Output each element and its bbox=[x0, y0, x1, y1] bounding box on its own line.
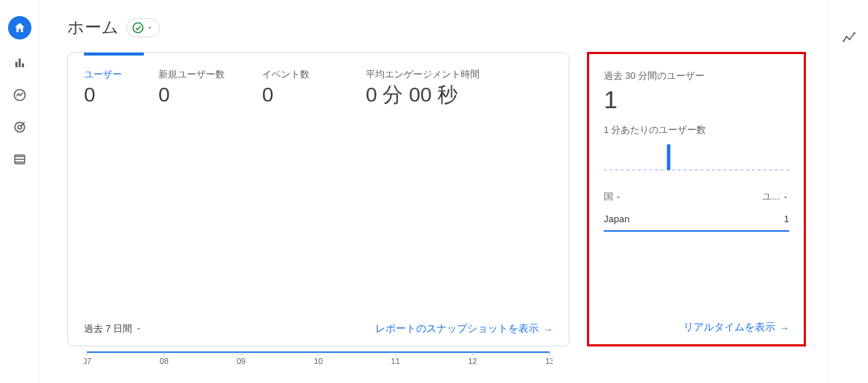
view-snapshot-link[interactable]: レポートのスナップショットを表示 → bbox=[375, 322, 553, 335]
table-row[interactable]: Japan 1 bbox=[604, 208, 789, 232]
svg-text:11: 11 bbox=[391, 357, 400, 365]
right-rail bbox=[829, 0, 868, 383]
metric-value: 0 bbox=[262, 84, 357, 107]
overview-card: ユーザー 0 新規ユーザー数 0 イベント数 0 平均エンゲージメント時間 0 … bbox=[67, 52, 569, 346]
svg-text:12: 12 bbox=[468, 357, 477, 365]
svg-text:08: 08 bbox=[160, 357, 169, 365]
metric-events[interactable]: イベント数 0 bbox=[262, 69, 357, 107]
bar-chart-svg bbox=[604, 141, 789, 173]
nav-home[interactable] bbox=[8, 16, 31, 39]
svg-rect-2 bbox=[22, 64, 24, 67]
chevron-down-icon bbox=[135, 325, 142, 333]
svg-text:10: 10 bbox=[314, 357, 323, 365]
main-area: ホーム ユーザー 0 新規ユーザー数 0 イベント数 0 bbox=[39, 0, 829, 383]
arrow-right-icon: → bbox=[543, 324, 553, 335]
metric-users[interactable]: ユーザー 0 bbox=[84, 69, 150, 107]
status-pill[interactable] bbox=[126, 18, 160, 37]
metric-label: 新規ユーザー数 bbox=[158, 69, 253, 81]
chevron-down-icon bbox=[615, 194, 622, 201]
dimension-dropdown[interactable]: 国 bbox=[604, 191, 622, 203]
realtime-card: 過去 30 分間のユーザー 1 1 分あたりのユーザー数 国 ユ… bbox=[587, 52, 806, 346]
nav-advertising[interactable] bbox=[11, 118, 28, 136]
view-realtime-link[interactable]: リアルタイムを表示 → bbox=[683, 321, 790, 334]
metric-avg-engagement[interactable]: 平均エンゲージメント時間 0 分 00 秒 bbox=[366, 69, 512, 107]
overview-footer: 過去 7 日間 レポートのスナップショットを表示 → bbox=[84, 322, 553, 335]
per-minute-label: 1 分あたりのユーザー数 bbox=[604, 124, 789, 137]
realtime-table-head: 国 ユ… bbox=[604, 186, 789, 208]
metric-label: 平均エンゲージメント時間 bbox=[366, 69, 512, 81]
nav-configure[interactable] bbox=[11, 151, 28, 168]
svg-text:07: 07 bbox=[84, 357, 91, 365]
nav-reports[interactable] bbox=[11, 54, 28, 72]
row-value: 1 bbox=[784, 213, 789, 224]
chevron-down-icon bbox=[782, 194, 789, 201]
measure-label: ユ… bbox=[762, 191, 781, 203]
overview-chart: 070809101112131月 bbox=[84, 183, 553, 365]
date-range-label: 過去 7 日間 bbox=[84, 322, 132, 335]
date-range-dropdown[interactable]: 過去 7 日間 bbox=[84, 322, 142, 335]
insights-button[interactable] bbox=[840, 29, 858, 47]
metric-new-users[interactable]: 新規ユーザー数 0 bbox=[158, 69, 253, 107]
svg-text:09: 09 bbox=[237, 357, 245, 365]
measure-dropdown[interactable]: ユ… bbox=[762, 191, 790, 203]
left-nav bbox=[0, 0, 39, 383]
page-title: ホーム bbox=[67, 16, 119, 39]
chevron-down-icon bbox=[146, 24, 153, 31]
target-icon bbox=[12, 120, 27, 134]
bar-chart-icon bbox=[13, 56, 26, 69]
per-minute-chart bbox=[604, 141, 789, 173]
page-header: ホーム bbox=[67, 16, 807, 39]
svg-rect-0 bbox=[15, 62, 18, 68]
metric-value: 0 bbox=[84, 84, 150, 107]
dimension-label: 国 bbox=[604, 191, 613, 203]
svg-point-12 bbox=[848, 38, 850, 40]
trend-icon bbox=[12, 88, 27, 102]
svg-text:13: 13 bbox=[545, 357, 553, 365]
svg-rect-1 bbox=[18, 58, 20, 67]
svg-point-13 bbox=[853, 32, 856, 34]
row-dimension: Japan bbox=[604, 213, 629, 224]
nav-explore[interactable] bbox=[11, 86, 28, 104]
metric-label: イベント数 bbox=[262, 69, 357, 81]
svg-rect-31 bbox=[667, 144, 671, 170]
list-icon bbox=[13, 153, 26, 166]
svg-point-10 bbox=[842, 40, 845, 42]
realtime-value: 1 bbox=[604, 86, 789, 114]
metric-value: 0 分 00 秒 bbox=[366, 84, 512, 107]
metric-label: ユーザー bbox=[84, 69, 150, 81]
check-circle-icon bbox=[131, 21, 145, 34]
metric-value: 0 bbox=[158, 84, 253, 107]
arrow-right-icon: → bbox=[780, 322, 790, 333]
metrics-tabs: ユーザー 0 新規ユーザー数 0 イベント数 0 平均エンゲージメント時間 0 … bbox=[68, 53, 569, 111]
active-metric-indicator bbox=[84, 53, 144, 56]
link-label: リアルタイムを表示 bbox=[683, 321, 775, 334]
cards-row: ユーザー 0 新規ユーザー数 0 イベント数 0 平均エンゲージメント時間 0 … bbox=[67, 52, 807, 346]
svg-point-11 bbox=[845, 36, 848, 38]
insights-icon bbox=[842, 31, 856, 45]
home-icon bbox=[13, 21, 26, 34]
svg-point-14 bbox=[133, 23, 143, 33]
realtime-heading: 過去 30 分間のユーザー bbox=[604, 70, 789, 83]
line-chart-svg: 070809101112131月 bbox=[84, 183, 553, 365]
link-label: レポートのスナップショットを表示 bbox=[375, 322, 539, 335]
